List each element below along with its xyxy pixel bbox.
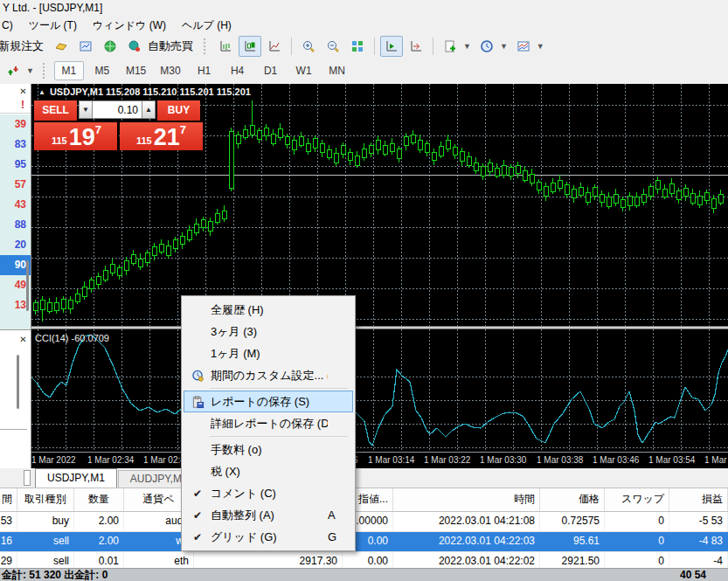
terminal-icon[interactable] <box>74 36 97 57</box>
time-axis-label: 1 Mar <box>704 455 727 465</box>
left-sidebar: ✕ ! 39839557438820904913 ✕ <box>0 84 31 468</box>
context-menu-item-8[interactable]: 手数料 (o) <box>184 439 353 460</box>
timeframe-h1[interactable]: H1 <box>190 61 219 80</box>
context-menu-item-3[interactable]: 期間のカスタム設定... (P) <box>184 364 353 386</box>
buy-button[interactable]: BUY <box>157 100 200 121</box>
webdata-icon[interactable] <box>99 36 121 57</box>
chevron-down-icon[interactable]: ▼ <box>500 42 508 51</box>
column-header-0[interactable]: 間 <box>0 488 17 511</box>
context-menu-item-2[interactable]: 1ヶ月 (M) <box>184 342 353 364</box>
timeframe-w1[interactable]: W1 <box>289 61 319 80</box>
market-watch-row[interactable]: 83 <box>0 135 31 155</box>
column-header-1[interactable]: 取引種別 <box>17 488 74 511</box>
volume-down-button[interactable]: ▼ <box>79 100 93 119</box>
autotrading-icon[interactable] <box>123 36 146 57</box>
toolbar-separator <box>374 38 375 55</box>
volume-up-button[interactable]: ▲ <box>142 100 156 119</box>
context-menu-item-0[interactable]: 全履歴 (H) <box>184 299 353 321</box>
scrollbar-thumb[interactable] <box>17 355 19 409</box>
timeframe-mn[interactable]: MN <box>322 61 352 80</box>
chart-area[interactable]: ▲USDJPY,M1 115.208 115.210 115.201 115.2… <box>31 84 728 468</box>
candlestick-type-icon[interactable] <box>239 36 261 57</box>
context-menu-item-5[interactable]: レポートの保存 (S) <box>184 391 353 412</box>
chevron-down-icon[interactable]: ▼ <box>26 66 34 75</box>
timeframe-m1[interactable]: M1 <box>54 61 84 80</box>
menu-item-2[interactable]: ウィンドウ (W) <box>85 16 174 35</box>
toolbar-separator <box>291 38 292 55</box>
market-watch-row[interactable]: 39 <box>0 114 31 135</box>
tile-windows-icon[interactable] <box>346 36 369 57</box>
window-title: Y Ltd. - [USDJPY,M1] <box>3 2 102 14</box>
bid-prefix: 115 <box>52 135 67 146</box>
menu-item-3[interactable]: ヘルプ (H) <box>174 16 239 35</box>
menu-item-label: グリッド (G) <box>211 529 328 545</box>
indicators-icon[interactable] <box>2 60 24 81</box>
timeframe-d1[interactable]: D1 <box>256 61 286 80</box>
cell: 16 <box>0 532 17 551</box>
cell: -4 83 <box>669 532 728 551</box>
new-chart-icon[interactable] <box>439 36 461 57</box>
zoom-out-icon[interactable] <box>322 36 344 57</box>
cell: 95.61 <box>540 532 605 551</box>
cell: sell <box>17 532 74 551</box>
context-menu-item-12[interactable]: ✔グリッド (G)G <box>184 526 353 548</box>
templates-icon[interactable] <box>512 36 535 57</box>
context-menu-item-9[interactable]: 税 (X) <box>184 460 353 482</box>
column-header-9[interactable]: 損益 <box>669 488 728 511</box>
panel-divider <box>0 429 27 430</box>
menu-item-label: 自動整列 (A) <box>211 508 328 523</box>
scrollbar-thumb[interactable] <box>26 260 29 311</box>
chart-shift-icon[interactable] <box>405 36 427 57</box>
zoom-in-icon[interactable] <box>297 36 320 57</box>
menu-item-label: 手数料 (o) <box>211 442 328 458</box>
timeframe-m15[interactable]: M15 <box>121 61 151 80</box>
column-header-6[interactable]: 時間 <box>393 488 540 511</box>
menu-separator <box>210 436 348 437</box>
checkmark-icon: ✔ <box>184 531 211 543</box>
column-header-8[interactable]: スワップ <box>605 488 669 511</box>
chevron-down-icon[interactable]: ▼ <box>537 42 544 51</box>
market-watch-row[interactable]: 57 <box>0 175 31 195</box>
table-row[interactable]: 16sell2.00wti95.400.002022.03.01 04:22:0… <box>0 532 728 552</box>
ask-price-panel[interactable]: 115 21 7 <box>120 122 203 150</box>
volume-field[interactable]: 0.10 <box>93 100 142 119</box>
context-menu-item-10[interactable]: ✔コメント (C) <box>184 482 353 504</box>
context-menu-item-1[interactable]: 3ヶ月 (3) <box>184 321 353 342</box>
auto-trading-label[interactable]: 自動売買 <box>148 38 193 54</box>
menu-item-0[interactable]: C) <box>0 16 21 35</box>
line-chart-type-icon[interactable] <box>263 36 286 57</box>
context-menu-item-11[interactable]: ✔自動整列 (A)A <box>184 504 353 526</box>
close-icon[interactable]: ✕ <box>18 335 28 344</box>
menu-item-label: 1ヶ月 (M) <box>211 346 328 362</box>
collapse-triangle-icon[interactable]: ▲ <box>38 88 45 96</box>
bar-chart-type-icon[interactable] <box>214 36 237 57</box>
market-watch-row[interactable]: 95 <box>0 155 31 175</box>
market-watch-row[interactable]: 20 <box>0 235 31 255</box>
periods-clock-icon[interactable] <box>475 36 498 57</box>
menu-item-1[interactable]: ツール (T) <box>21 16 85 35</box>
chart-tab-usdjpy-m1[interactable]: USDJPY,M1 <box>35 468 117 488</box>
market-watch-row[interactable]: 43 <box>0 195 31 215</box>
new-order-button[interactable]: 新規注文 <box>0 37 49 56</box>
close-icon[interactable]: ✕ <box>18 86 28 96</box>
timeframe-h4[interactable]: H4 <box>223 61 253 80</box>
tab-scroll-notch[interactable] <box>24 470 31 486</box>
auto-scroll-icon[interactable] <box>380 36 403 57</box>
timeframe-m5[interactable]: M5 <box>87 61 117 80</box>
chevron-down-icon[interactable]: ▼ <box>463 42 471 51</box>
cell: 0.72575 <box>540 512 605 531</box>
table-row[interactable]: 53buy2.00audu0.000002022.03.01 04:21:080… <box>0 512 728 532</box>
column-header-7[interactable]: 価格 <box>540 488 605 511</box>
sell-button[interactable]: SELL <box>34 100 77 121</box>
cell: 53 <box>0 512 17 531</box>
column-header-2[interactable]: 数量 <box>74 488 124 511</box>
market-watch-row[interactable]: 88 <box>0 215 31 235</box>
application-window: Y Ltd. - [USDJPY,M1] C)ツール (T)ウィンドウ (W)ヘ… <box>0 0 728 581</box>
bid-price-panel[interactable]: 115 19 7 <box>34 122 117 150</box>
cci-indicator-chart[interactable] <box>31 329 728 452</box>
status-balance: 40 54 <box>680 569 706 581</box>
expert-journal-icon[interactable] <box>50 36 73 57</box>
timeframe-m30[interactable]: M30 <box>155 61 185 80</box>
menu-item-label: 全履歴 (H) <box>211 302 328 318</box>
context-menu-item-6[interactable]: 詳細レポートの保存 (D) <box>184 412 353 434</box>
